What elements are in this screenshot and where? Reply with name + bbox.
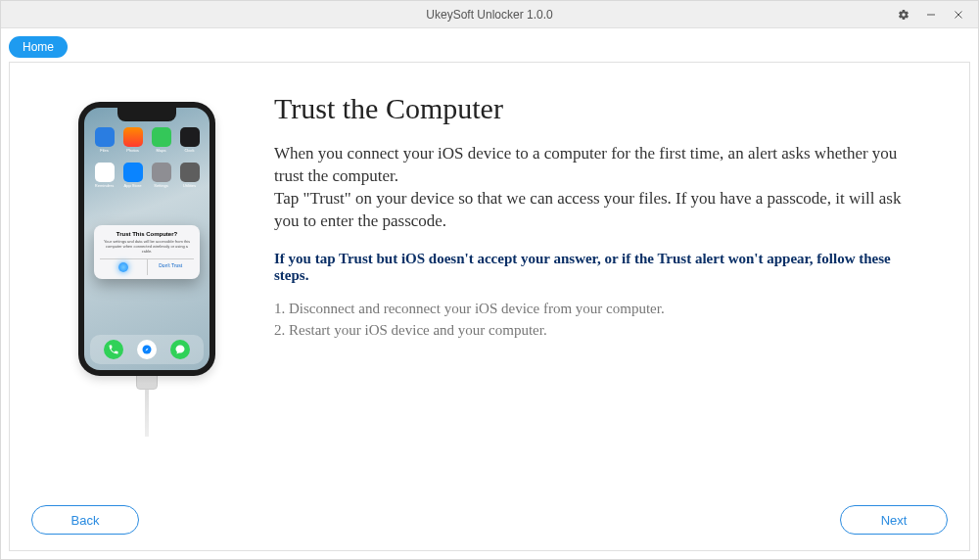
instructions-column: Trust the Computer When you connect your… bbox=[245, 92, 930, 493]
back-button[interactable]: Back bbox=[31, 505, 139, 535]
close-icon bbox=[953, 9, 964, 21]
messages-icon bbox=[170, 340, 190, 359]
intro-paragraph: When you connect your iOS device to a co… bbox=[274, 143, 920, 233]
alert-body: Your settings and data will be accessibl… bbox=[102, 239, 192, 255]
footer-nav: Back Next bbox=[10, 493, 969, 550]
app-label: Maps bbox=[152, 148, 171, 153]
step-2: 2. Restart your iOS device and your comp… bbox=[274, 319, 920, 342]
next-label: Next bbox=[881, 513, 908, 528]
safari-icon bbox=[137, 340, 157, 359]
trust-alert: Trust This Computer? Your settings and d… bbox=[94, 225, 200, 279]
app-icon bbox=[180, 163, 200, 182]
paragraph-line-2: Tap "Trust" on your device so that we ca… bbox=[274, 189, 901, 230]
app-label: Settings bbox=[152, 183, 171, 188]
phone-illustration: Files Photos Maps Clock Reminders App St… bbox=[49, 92, 245, 493]
home-label: Home bbox=[23, 40, 54, 54]
app-label: Utilities bbox=[180, 183, 200, 188]
gear-icon bbox=[898, 9, 909, 21]
page-heading: Trust the Computer bbox=[274, 92, 920, 125]
fingerprint-icon bbox=[118, 262, 128, 272]
phone-screen: Files Photos Maps Clock Reminders App St… bbox=[84, 108, 210, 370]
app-row-1: Files Photos Maps Clock bbox=[84, 127, 210, 153]
app-label: Clock bbox=[180, 148, 200, 153]
next-button[interactable]: Next bbox=[840, 505, 948, 535]
svg-rect-0 bbox=[927, 14, 935, 15]
step-1: 1. Disconnect and reconnect your iOS dev… bbox=[274, 298, 920, 320]
alert-buttons: Don't Trust bbox=[100, 258, 194, 275]
title-bar: UkeySoft Unlocker 1.0.0 bbox=[1, 1, 978, 28]
alert-trust-button bbox=[100, 259, 148, 275]
app-icon bbox=[95, 127, 115, 147]
settings-button[interactable] bbox=[890, 1, 917, 28]
breadcrumb-bar: Home bbox=[1, 28, 978, 62]
close-button[interactable] bbox=[945, 1, 972, 28]
phone-dock bbox=[90, 335, 204, 364]
phone-frame: Files Photos Maps Clock Reminders App St… bbox=[78, 102, 215, 376]
troubleshoot-note: If you tap Trust but iOS doesn't accept … bbox=[274, 251, 920, 284]
app-icon bbox=[152, 127, 171, 147]
window-title: UkeySoft Unlocker 1.0.0 bbox=[1, 8, 978, 22]
paragraph-line-1: When you connect your iOS device to a co… bbox=[274, 144, 897, 185]
content-row: Files Photos Maps Clock Reminders App St… bbox=[10, 63, 969, 493]
phone-icon bbox=[104, 340, 123, 359]
window-controls bbox=[890, 1, 972, 27]
minimize-button[interactable] bbox=[917, 1, 945, 28]
home-button[interactable]: Home bbox=[9, 36, 68, 58]
app-row-2: Reminders App Store Settings Utilities bbox=[84, 163, 210, 188]
app-icon bbox=[123, 163, 143, 182]
back-label: Back bbox=[71, 513, 100, 528]
main-panel: Files Photos Maps Clock Reminders App St… bbox=[9, 62, 970, 551]
app-icon bbox=[180, 127, 200, 147]
app-icon bbox=[95, 163, 115, 182]
app-label: Photos bbox=[123, 148, 143, 153]
app-label: App Store bbox=[123, 183, 143, 188]
app-icon bbox=[152, 163, 171, 182]
alert-dont-trust-button: Don't Trust bbox=[148, 259, 195, 275]
alert-title: Trust This Computer? bbox=[100, 231, 194, 237]
app-icon bbox=[123, 127, 143, 147]
troubleshoot-steps: 1. Disconnect and reconnect your iOS dev… bbox=[274, 298, 920, 342]
phone-notch bbox=[117, 108, 176, 121]
cable bbox=[145, 390, 149, 437]
app-label: Files bbox=[95, 148, 115, 153]
minimize-icon bbox=[925, 9, 937, 21]
app-label: Reminders bbox=[95, 183, 115, 188]
cable-connector bbox=[136, 374, 158, 390]
